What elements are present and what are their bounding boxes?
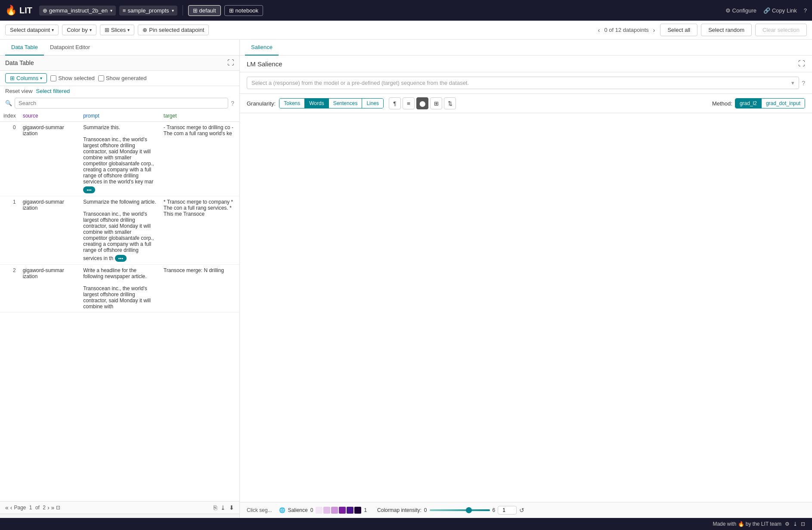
pin-btn[interactable]: ⊕ Pin selected datapoint — [138, 25, 209, 35]
configure-label: Configure — [732, 7, 756, 14]
prev-page-btn[interactable]: ‹ — [10, 504, 12, 511]
row-more-0[interactable]: ••• — [83, 186, 95, 193]
swatch-3 — [331, 507, 338, 514]
select-random-btn[interactable]: Select random — [701, 24, 752, 36]
export-icon-btn[interactable]: ⊡ — [56, 505, 60, 511]
cell-index-2: 2 — [0, 265, 19, 313]
dataset-selector[interactable]: ≡ sample_prompts ▾ — [119, 6, 177, 15]
last-page-btn[interactable]: » — [51, 504, 55, 511]
top-nav: 🔥 LIT ⊕ gemma_instruct_2b_en ▾ ≡ sample_… — [0, 0, 812, 21]
select-datapoint-btn[interactable]: Select datapoint ▾ — [5, 25, 59, 35]
intensity-min: 0 — [424, 507, 427, 513]
cell-source-1: gigaword-summar ization — [19, 196, 80, 265]
search-help-icon[interactable]: ? — [231, 100, 234, 107]
salience-max: 1 — [364, 507, 367, 513]
color-scale — [316, 507, 361, 514]
right-panel: Salience LM Salience ⛶ Select a (respons… — [240, 40, 812, 518]
show-generated-label[interactable]: Show generated — [98, 75, 147, 81]
download-table-btn[interactable]: ⤓ — [220, 504, 226, 511]
salience-title: LM Salience — [247, 60, 282, 68]
method-grad-l2-btn[interactable]: grad_l2 — [735, 99, 762, 108]
model-label: gemma_instruct_2b_en — [49, 7, 108, 14]
next-datapoint-btn[interactable]: › — [651, 26, 657, 34]
dataset-chevron-icon: ▾ — [172, 8, 174, 13]
columns-icon: ⊞ — [10, 75, 15, 81]
table-row[interactable]: 2 gigaword-summar ization Write a headli… — [0, 265, 239, 313]
expand-btn[interactable]: ⛶ — [227, 59, 234, 67]
gran-grid-btn[interactable]: ⊞ — [430, 97, 442, 109]
salience-help-icon[interactable]: ? — [802, 80, 805, 87]
gran-adjust-btn[interactable]: ⇅ — [444, 97, 456, 109]
table-actions: Reset view Select filtered — [0, 86, 239, 96]
salience-min: 0 — [310, 507, 313, 513]
colormap-area: 🌐 Salience 0 1 — [279, 507, 367, 514]
gran-sentences-btn[interactable]: Sentences — [329, 99, 363, 108]
gran-paragraph-btn[interactable]: ¶ — [389, 97, 401, 109]
intensity-input[interactable] — [498, 506, 517, 515]
layout-default-btn[interactable]: ⊞ default — [188, 5, 221, 16]
configure-btn[interactable]: ⚙ Configure — [725, 7, 756, 14]
color-by-label: Color by — [67, 27, 87, 33]
dropdown-chevron-icon: ▾ — [791, 80, 794, 86]
main-content: Data Table Datapoint Editor Data Table ⛶… — [0, 40, 812, 518]
intensity-slider-thumb[interactable] — [466, 507, 472, 513]
intensity-slider-container[interactable] — [430, 509, 490, 511]
scroll-down-btn[interactable]: ⬇ — [229, 504, 234, 511]
color-by-btn[interactable]: Color by ▾ — [62, 25, 96, 35]
show-generated-checkbox[interactable] — [98, 75, 104, 81]
clear-selection-btn[interactable]: Clear selection — [755, 24, 807, 36]
copy-link-label: Copy Link — [772, 7, 797, 14]
gran-tokens-btn[interactable]: Tokens — [279, 99, 305, 108]
gran-circle-btn[interactable]: ⬤ — [416, 97, 428, 109]
cell-source-0: gigaword-summar ization — [19, 122, 80, 196]
show-selected-label[interactable]: Show selected — [50, 75, 95, 81]
select-filtered-btn[interactable]: Select filtered — [36, 88, 70, 94]
swatch-6 — [354, 507, 361, 514]
col-prompt: prompt — [80, 110, 160, 122]
salience-dropdown[interactable]: Select a (response) from the model or a … — [247, 77, 799, 89]
slices-btn[interactable]: ⊞ Slices ▾ — [100, 25, 135, 35]
cell-prompt-0: Summarize this. Transocean inc., the wor… — [80, 122, 160, 196]
data-table[interactable]: index source prompt target 0 gigaword-su… — [0, 110, 239, 501]
tab-datapoint-editor[interactable]: Datapoint Editor — [44, 40, 96, 56]
swatch-2 — [323, 507, 330, 514]
color-by-chevron-icon: ▾ — [90, 28, 92, 32]
salience-expand-btn[interactable]: ⛶ — [798, 60, 805, 68]
table-row[interactable]: 0 gigaword-summar ization Summarize this… — [0, 122, 239, 196]
reset-view-btn[interactable]: Reset view — [5, 88, 33, 94]
columns-btn[interactable]: ⊞ Columns ▾ — [5, 73, 47, 83]
select-all-btn[interactable]: Select all — [660, 24, 697, 36]
row-more-1[interactable]: ••• — [115, 255, 127, 262]
gran-list-btn[interactable]: ≡ — [403, 97, 415, 109]
method-area: Method: grad_l2 grad_dot_input — [712, 98, 805, 108]
first-page-btn[interactable]: « — [5, 504, 9, 511]
copy-table-btn[interactable]: ⎘ — [214, 504, 217, 511]
copy-link-btn[interactable]: 🔗 Copy Link — [763, 7, 797, 14]
slices-chevron-icon: ▾ — [127, 28, 130, 32]
horizontal-scrollbar[interactable] — [0, 514, 239, 518]
table-row[interactable]: 1 gigaword-summar ization Summarize the … — [0, 196, 239, 265]
method-grad-dot-btn[interactable]: grad_dot_input — [762, 99, 805, 108]
layout-notebook-btn[interactable]: ⊞ notebook — [224, 5, 263, 16]
cell-prompt-2: Write a headline for the following newsp… — [80, 265, 160, 313]
intensity-area: Colormap intensity: 0 6 ↺ — [377, 506, 524, 515]
page-nav: « ‹ Page 1 of 2 › » ⊡ — [5, 504, 60, 511]
layout-notebook-label: notebook — [236, 7, 259, 14]
bottom-download-icon[interactable]: ⤓ — [793, 521, 797, 527]
gran-lines-btn[interactable]: Lines — [362, 99, 383, 108]
next-page-btn[interactable]: › — [47, 504, 50, 511]
tab-salience[interactable]: Salience — [245, 40, 279, 56]
prev-datapoint-btn[interactable]: ‹ — [596, 26, 602, 34]
bottom-info-icon[interactable]: ⊡ — [801, 521, 805, 527]
slices-label: Slices — [111, 27, 126, 33]
tab-data-table[interactable]: Data Table — [5, 40, 44, 56]
gran-words-btn[interactable]: Words — [305, 99, 329, 108]
search-input[interactable] — [15, 98, 228, 108]
notebook-icon: ⊞ — [229, 7, 234, 14]
show-selected-checkbox[interactable] — [50, 75, 56, 81]
refresh-btn[interactable]: ↺ — [519, 507, 524, 514]
model-selector[interactable]: ⊕ gemma_instruct_2b_en ▾ — [39, 6, 116, 15]
slices-icon: ⊞ — [105, 27, 109, 33]
help-btn[interactable]: ? — [804, 7, 807, 14]
bottom-settings-icon[interactable]: ⚙ — [785, 521, 790, 527]
